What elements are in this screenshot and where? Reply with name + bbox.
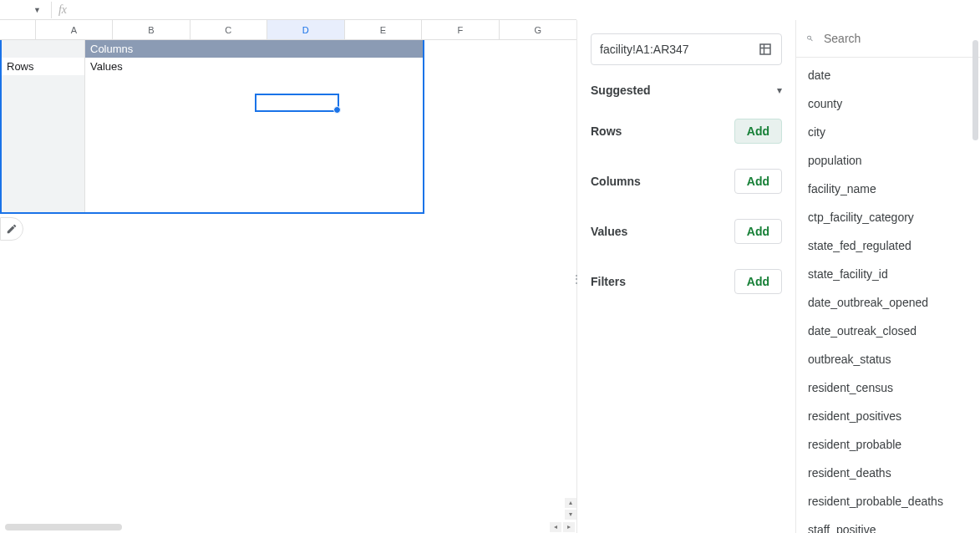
fields-list: date county city population facility_nam…: [796, 58, 980, 533]
add-values-button[interactable]: Add: [734, 219, 782, 244]
field-item[interactable]: date: [796, 61, 980, 89]
search-icon: [806, 31, 814, 46]
field-item[interactable]: state_facility_id: [796, 260, 980, 288]
drag-handle-icon[interactable]: ⋮: [571, 272, 583, 286]
spreadsheet-area: A B C D E F G Columns Rows Values: [0, 20, 576, 533]
columns-section: Columns Add: [591, 169, 782, 194]
values-label: Values: [591, 225, 627, 238]
field-item[interactable]: date_outreak_closed: [796, 317, 980, 345]
field-item[interactable]: state_fed_regulated: [796, 231, 980, 260]
select-all-corner[interactable]: [0, 20, 36, 39]
edit-pivot-button[interactable]: [0, 217, 23, 241]
data-range-text: facility!A1:AR347: [600, 43, 689, 56]
col-header-C[interactable]: C: [190, 20, 268, 39]
field-item[interactable]: resident_positives: [796, 402, 980, 430]
field-item[interactable]: resident_probable_deaths: [796, 487, 980, 515]
pivot-values-label: Values: [85, 58, 423, 75]
pivot-row-stub: [2, 75, 85, 212]
divider: [51, 2, 52, 18]
pivot-rows-header: [2, 40, 85, 58]
field-item[interactable]: resident_probable: [796, 430, 980, 459]
rows-label: Rows: [591, 124, 622, 138]
pivot-placeholder: Columns Rows Values: [0, 40, 424, 214]
data-range-input[interactable]: facility!A1:AR347: [591, 33, 782, 65]
pivot-columns-header: Columns: [85, 40, 423, 58]
filters-label: Filters: [591, 275, 626, 288]
name-box-dropdown-icon[interactable]: ▼: [33, 6, 41, 14]
fields-scrollbar[interactable]: [972, 40, 978, 140]
fields-search[interactable]: [796, 20, 980, 57]
field-item[interactable]: county: [796, 89, 980, 118]
fx-label: fx: [58, 3, 67, 17]
active-cell[interactable]: [255, 94, 339, 112]
hscroll-thumb[interactable]: [5, 524, 122, 530]
field-item[interactable]: resident_deaths: [796, 459, 980, 487]
col-header-G[interactable]: G: [500, 20, 576, 39]
columns-label: Columns: [591, 175, 641, 188]
field-item[interactable]: outbreak_status: [796, 345, 980, 373]
pivot-body: [85, 75, 423, 212]
col-header-A[interactable]: A: [36, 20, 114, 39]
formula-bar: ▼ fx: [0, 0, 576, 20]
chevron-down-icon: ▾: [777, 84, 782, 96]
rows-section: Rows Add: [591, 119, 782, 144]
select-range-icon[interactable]: [758, 42, 773, 57]
col-header-F[interactable]: F: [422, 20, 500, 39]
fields-panel: date county city population facility_nam…: [795, 20, 980, 533]
field-item[interactable]: staff_positive: [796, 515, 980, 533]
filters-section: ⋮ Filters Add: [591, 269, 782, 294]
add-columns-button[interactable]: Add: [734, 169, 782, 194]
field-item[interactable]: ctp_facility_category: [796, 203, 980, 231]
field-item[interactable]: facility_name: [796, 175, 980, 203]
fields-search-input[interactable]: [824, 32, 970, 45]
field-item[interactable]: population: [796, 146, 980, 175]
scroll-left-icon[interactable]: ◂: [550, 522, 561, 532]
col-header-D[interactable]: D: [267, 20, 345, 39]
field-item[interactable]: city: [796, 118, 980, 146]
scroll-down-icon[interactable]: ▾: [565, 510, 576, 520]
field-item[interactable]: resident_census: [796, 373, 980, 402]
grid-body[interactable]: Columns Rows Values ▴ ▾: [0, 40, 576, 533]
pivot-editor-panel: facility!A1:AR347 Suggested ▾ Rows Add C…: [576, 20, 795, 533]
col-header-B[interactable]: B: [113, 20, 190, 39]
scroll-right-icon[interactable]: ▸: [563, 522, 575, 532]
pivot-rows-label: Rows: [2, 58, 85, 75]
horizontal-scrollbar[interactable]: ◂ ▸: [0, 521, 576, 533]
suggested-toggle[interactable]: Suggested ▾: [591, 84, 782, 97]
values-section: Values Add: [591, 219, 782, 244]
column-headers: A B C D E F G: [0, 20, 576, 40]
col-header-E[interactable]: E: [345, 20, 423, 39]
pencil-icon: [6, 223, 18, 235]
add-filters-button[interactable]: Add: [734, 269, 782, 294]
suggested-label: Suggested: [591, 84, 651, 97]
scroll-up-icon[interactable]: ▴: [565, 498, 576, 508]
add-rows-button[interactable]: Add: [734, 119, 782, 144]
field-item[interactable]: date_outbreak_opened: [796, 288, 980, 317]
